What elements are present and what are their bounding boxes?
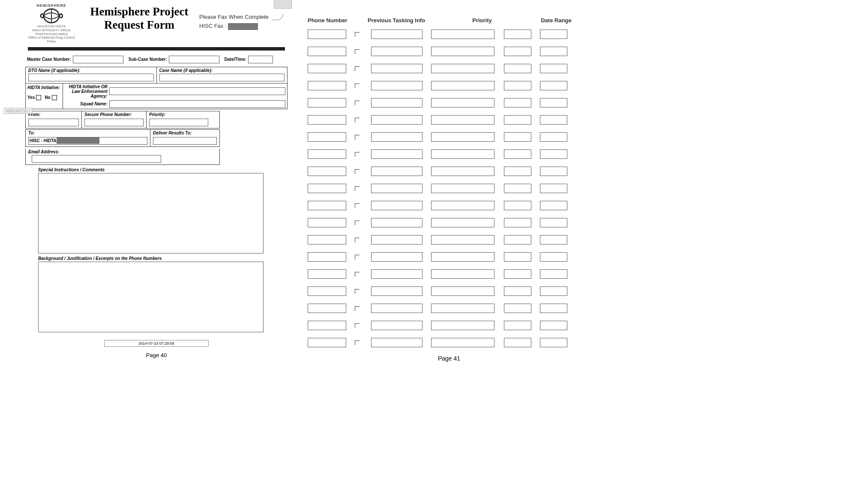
prev-field[interactable]: [371, 167, 423, 176]
date-from-field[interactable]: [504, 64, 531, 73]
phone-field[interactable]: [308, 167, 346, 176]
prev-checkbox[interactable]: [355, 306, 363, 311]
priority-field[interactable]: [431, 149, 494, 159]
prev-checkbox[interactable]: [355, 32, 363, 37]
date-from-field[interactable]: [504, 235, 531, 245]
date-to-field[interactable]: [540, 132, 567, 142]
date-to-field[interactable]: [540, 338, 567, 347]
date-to-field[interactable]: [540, 167, 567, 176]
date-to-field[interactable]: [540, 286, 567, 296]
priority-field[interactable]: [431, 201, 494, 210]
priority-field[interactable]: [431, 218, 494, 227]
date-to-field[interactable]: [540, 64, 567, 73]
date-from-field[interactable]: [504, 184, 531, 193]
no-checkbox[interactable]: [52, 95, 57, 100]
phone-field[interactable]: [308, 269, 346, 279]
prev-checkbox[interactable]: [355, 340, 363, 345]
dto-field[interactable]: [28, 74, 154, 81]
case-field[interactable]: [159, 74, 285, 81]
date-from-field[interactable]: [504, 304, 531, 313]
deliver-field[interactable]: [153, 137, 217, 145]
phone-field[interactable]: [308, 338, 346, 347]
prev-field[interactable]: [371, 47, 423, 56]
prev-checkbox[interactable]: [355, 101, 363, 105]
prev-checkbox[interactable]: [355, 49, 363, 54]
date-from-field[interactable]: [504, 98, 531, 107]
priority-field[interactable]: [431, 184, 494, 193]
yes-checkbox[interactable]: [36, 95, 41, 100]
date-to-field[interactable]: [540, 269, 567, 279]
special-textarea[interactable]: [38, 173, 264, 253]
priority-field[interactable]: [431, 47, 494, 56]
prev-field[interactable]: [371, 286, 423, 296]
phone-field[interactable]: [308, 184, 346, 193]
date-from-field[interactable]: [504, 269, 531, 279]
priority-field[interactable]: [431, 132, 494, 142]
secure-field[interactable]: [84, 119, 144, 126]
phone-field[interactable]: [308, 235, 346, 245]
phone-field[interactable]: [308, 252, 346, 262]
date-to-field[interactable]: [540, 321, 567, 330]
prev-field[interactable]: [371, 132, 423, 142]
prev-checkbox[interactable]: [355, 203, 363, 208]
prev-checkbox[interactable]: [355, 221, 363, 225]
date-from-field[interactable]: [504, 149, 531, 159]
date-from-field[interactable]: [504, 338, 531, 347]
date-from-field[interactable]: [504, 201, 531, 210]
priority-field[interactable]: [431, 98, 494, 107]
date-to-field[interactable]: [540, 218, 567, 227]
prev-checkbox[interactable]: [355, 238, 363, 242]
from-field[interactable]: [28, 119, 79, 126]
prev-checkbox[interactable]: [355, 323, 363, 328]
date-to-field[interactable]: [540, 252, 567, 262]
date-from-field[interactable]: [504, 252, 531, 262]
prev-field[interactable]: [371, 201, 423, 210]
squad-field[interactable]: [109, 100, 285, 108]
prev-checkbox[interactable]: [355, 255, 363, 259]
date-to-field[interactable]: [540, 235, 567, 245]
date-from-field[interactable]: [504, 167, 531, 176]
prev-checkbox[interactable]: [355, 152, 363, 157]
phone-field[interactable]: [308, 115, 346, 125]
prev-field[interactable]: [371, 321, 423, 330]
priority-field[interactable]: [431, 167, 494, 176]
phone-field[interactable]: [308, 132, 346, 142]
priority-field[interactable]: [431, 81, 494, 90]
background-textarea[interactable]: [38, 262, 264, 332]
date-from-field[interactable]: [504, 115, 531, 125]
prev-checkbox[interactable]: [355, 66, 363, 71]
date-to-field[interactable]: [540, 81, 567, 90]
priority-field[interactable]: [431, 30, 494, 39]
prev-field[interactable]: [371, 115, 423, 125]
prev-checkbox[interactable]: [355, 169, 363, 174]
date-to-field[interactable]: [540, 149, 567, 159]
prev-field[interactable]: [371, 218, 423, 227]
prev-field[interactable]: [371, 304, 423, 313]
prev-field[interactable]: [371, 269, 423, 279]
priority-field[interactable]: [431, 252, 494, 262]
master-field[interactable]: [73, 56, 123, 63]
prev-checkbox[interactable]: [355, 272, 363, 277]
phone-field[interactable]: [308, 286, 346, 296]
prev-checkbox[interactable]: [355, 289, 363, 294]
prev-field[interactable]: [371, 252, 423, 262]
agency-field[interactable]: [109, 87, 285, 95]
phone-field[interactable]: [308, 64, 346, 73]
date-from-field[interactable]: [504, 81, 531, 90]
priority-field[interactable]: [431, 269, 494, 279]
prev-field[interactable]: [371, 98, 423, 107]
prev-field[interactable]: [371, 338, 423, 347]
phone-field[interactable]: [308, 321, 346, 330]
priority-field[interactable]: [431, 304, 494, 313]
to-field[interactable]: HISC - HIDTA: [28, 137, 147, 145]
prev-checkbox[interactable]: [355, 186, 363, 191]
date-to-field[interactable]: [540, 115, 567, 125]
priority-field[interactable]: [431, 235, 494, 245]
phone-field[interactable]: [308, 149, 346, 159]
date-from-field[interactable]: [504, 47, 531, 56]
priority-field[interactable]: [149, 119, 208, 126]
date-from-field[interactable]: [504, 132, 531, 142]
priority-field[interactable]: [431, 338, 494, 347]
prev-field[interactable]: [371, 149, 423, 159]
priority-field[interactable]: [431, 115, 494, 125]
